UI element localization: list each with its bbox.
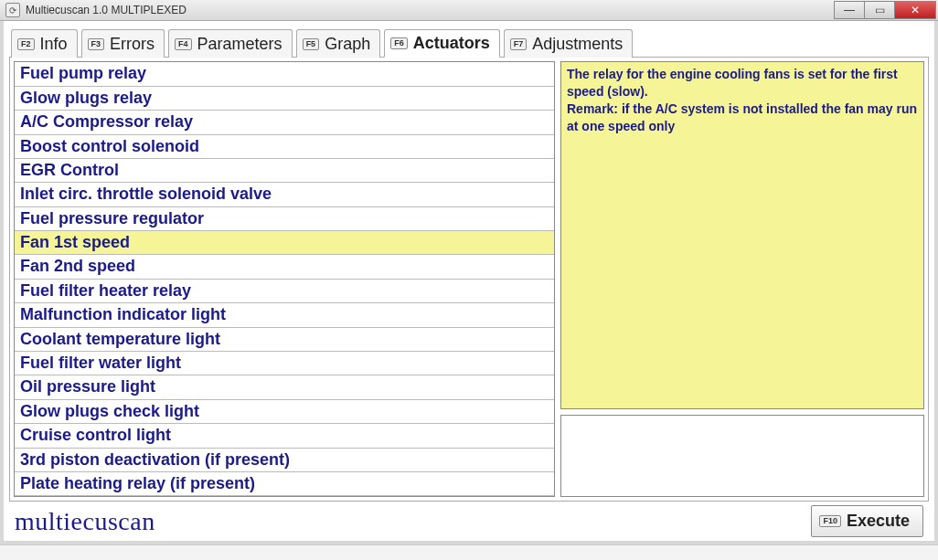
list-item[interactable]: Inlet circ. throttle solenoid valve: [15, 183, 554, 206]
list-item[interactable]: Glow plugs relay: [15, 87, 554, 111]
list-item[interactable]: Oil pressure light: [15, 375, 554, 399]
list-item[interactable]: Glow plugs check light: [15, 400, 554, 424]
window-controls: — ▭ ✕: [834, 1, 936, 19]
list-item[interactable]: Fuel filter water light: [15, 352, 554, 375]
minimize-button[interactable]: —: [834, 1, 865, 19]
window-titlebar: ⟳ Multiecuscan 1.0 MULTIPLEXED — ▭ ✕: [0, 0, 938, 21]
tab-errors[interactable]: F3Errors: [81, 29, 165, 58]
tab-bar: F2InfoF3ErrorsF4ParametersF5GraphF6Actua…: [9, 26, 929, 57]
tab-label: Graph: [325, 35, 370, 54]
tab-label: Parameters: [197, 35, 282, 54]
list-item[interactable]: Fuel filter heater relay: [15, 280, 554, 303]
list-item[interactable]: Plate heating relay (if present): [15, 472, 554, 496]
list-item[interactable]: Fan 2nd speed: [15, 255, 554, 279]
execute-label: Execute: [847, 512, 910, 531]
tab-label: Errors: [110, 35, 155, 54]
execute-fkey: F10: [819, 515, 841, 527]
tab-fkey: F6: [390, 37, 408, 49]
app-icon: ⟳: [5, 3, 20, 17]
tab-label: Info: [40, 35, 68, 54]
tab-parameters[interactable]: F4Parameters: [168, 29, 293, 58]
list-item[interactable]: EGR Control: [15, 159, 554, 183]
tab-label: Actuators: [413, 34, 490, 53]
tab-fkey: F7: [510, 38, 528, 50]
close-button[interactable]: ✕: [894, 1, 936, 19]
tab-fkey: F3: [88, 38, 105, 50]
tab-graph[interactable]: F5Graph: [296, 29, 381, 58]
tab-actuators[interactable]: F6Actuators: [384, 29, 500, 58]
footer: multiecuscan F10 Execute: [9, 502, 929, 539]
list-item[interactable]: Fan 1st speed: [15, 231, 554, 255]
app-body: F2InfoF3ErrorsF4ParametersF5GraphF6Actua…: [0, 21, 938, 544]
list-item[interactable]: Coolant temperature light: [15, 328, 554, 352]
list-item[interactable]: 3rd piston deactivation (if present): [15, 449, 554, 472]
list-item[interactable]: Cruise control light: [15, 424, 554, 448]
list-item[interactable]: Fuel pump relay: [15, 62, 554, 86]
tab-adjustments[interactable]: F7Adjustments: [504, 29, 634, 58]
output-pane: [560, 415, 924, 497]
right-column: The relay for the engine cooling fans is…: [560, 61, 924, 497]
actuator-list[interactable]: Fuel pump relayGlow plugs relayA/C Compr…: [14, 61, 555, 497]
maximize-button[interactable]: ▭: [864, 1, 895, 19]
tab-fkey: F4: [175, 38, 192, 50]
window-title: Multiecuscan 1.0 MULTIPLEXED: [26, 4, 834, 16]
main-panel: Fuel pump relayGlow plugs relayA/C Compr…: [9, 57, 929, 502]
tab-label: Adjustments: [532, 35, 623, 54]
tab-fkey: F2: [17, 38, 35, 50]
status-strip: [0, 544, 938, 560]
list-item[interactable]: A/C Compressor relay: [15, 111, 554, 134]
list-item[interactable]: Malfunction indicator light: [15, 303, 554, 327]
execute-button[interactable]: F10 Execute: [811, 505, 923, 537]
list-item[interactable]: Boost control solenoid: [15, 135, 554, 159]
brand-logo: multiecuscan: [15, 507, 155, 536]
tab-fkey: F5: [303, 38, 320, 50]
tab-info[interactable]: F2Info: [11, 29, 78, 58]
description-pane: The relay for the engine cooling fans is…: [560, 61, 924, 409]
list-item[interactable]: Fuel pressure regulator: [15, 207, 554, 231]
